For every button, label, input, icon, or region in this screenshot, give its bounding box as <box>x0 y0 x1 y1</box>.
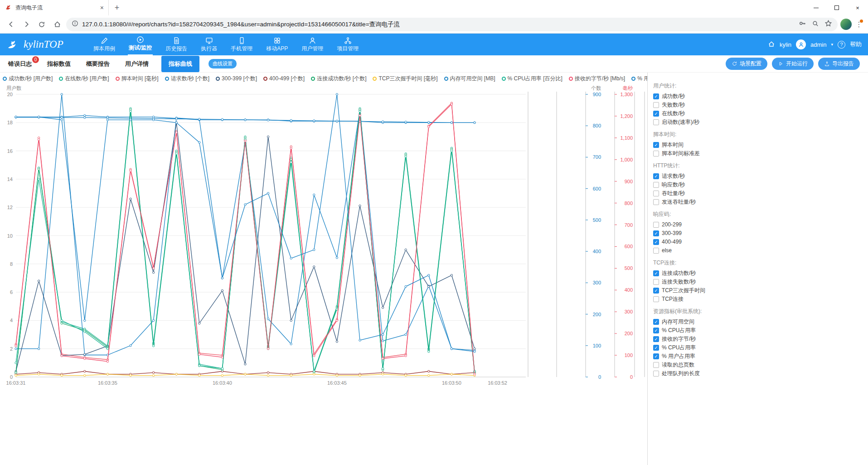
legend-item-7[interactable]: 连接成功数/秒 [个数] <box>311 75 366 83</box>
metric-checkbox-row[interactable]: ✓TCP三次握手时间 <box>653 286 868 295</box>
forward-icon[interactable] <box>20 18 33 31</box>
checkbox-unchecked-icon[interactable] <box>653 102 659 108</box>
legend-item-9[interactable]: 内存可用空间 [MB] <box>444 75 495 83</box>
new-tab-button[interactable]: + <box>111 1 123 14</box>
report-tab-1[interactable]: 错误日志0 <box>8 60 32 68</box>
metric-checkbox-row[interactable]: 处理队列的长度 <box>653 369 868 378</box>
checkbox-checked-icon[interactable]: ✓ <box>653 239 659 245</box>
zoom-search-icon[interactable] <box>812 20 819 29</box>
legend-item-8[interactable]: TCP三次握手时间 [毫秒] <box>373 75 437 83</box>
legend-item-12[interactable]: % 用户占用率 [百分比] <box>631 75 647 83</box>
checkbox-checked-icon[interactable]: ✓ <box>653 319 659 325</box>
help-icon[interactable]: ? <box>838 41 845 49</box>
legend-item-11[interactable]: 接收的字节/秒 [Mb/s] <box>569 75 625 83</box>
checkbox-checked-icon[interactable]: ✓ <box>653 270 659 276</box>
metric-checkbox-row[interactable]: 200-299 <box>653 220 868 229</box>
legend-item-6[interactable]: 400-499 [个数] <box>263 75 305 83</box>
browser-tab[interactable]: 查询电子流 × <box>0 0 109 15</box>
legend-item-1[interactable]: 成功数/秒 [用户数] <box>3 75 53 83</box>
checkbox-unchecked-icon[interactable] <box>653 371 659 377</box>
checkbox-checked-icon[interactable]: ✓ <box>653 336 659 342</box>
metric-checkbox-row[interactable]: ✓内存可用空间 <box>653 318 868 326</box>
username[interactable]: admin <box>810 41 826 48</box>
action-button-3[interactable]: 导出报告 <box>818 58 860 70</box>
metric-checkbox-row[interactable]: ✓% CPU占用率 <box>653 326 868 335</box>
metric-checkbox-row[interactable]: TCP连接 <box>653 295 868 303</box>
nav-item-8[interactable]: 项目管理 <box>336 34 359 55</box>
checkbox-unchecked-icon[interactable] <box>653 296 659 302</box>
nav-item-6[interactable]: 移动APP <box>265 34 289 55</box>
metric-checkbox-row[interactable]: ✓接收的字节/秒 <box>653 335 868 343</box>
nav-item-2[interactable]: 测试/监控 <box>128 34 153 55</box>
checkbox-unchecked-icon[interactable] <box>653 248 659 254</box>
nav-item-7[interactable]: 用户管理 <box>301 34 324 55</box>
url-omnibox[interactable]: 127.0.0.1:18080/#/report/charts?id=15827… <box>66 18 838 31</box>
user-avatar[interactable] <box>796 39 806 49</box>
home-project-icon[interactable] <box>768 40 775 49</box>
window-close-button[interactable]: × <box>847 0 868 15</box>
metric-checkbox-row[interactable]: ✓连接成功数/秒 <box>653 269 868 278</box>
home-icon[interactable] <box>51 18 63 31</box>
checkbox-checked-icon[interactable]: ✓ <box>653 173 659 179</box>
window-minimize-button[interactable] <box>805 0 826 15</box>
checkbox-unchecked-icon[interactable] <box>653 182 659 188</box>
project-name[interactable]: kylin <box>780 41 791 48</box>
metric-checkbox-row[interactable]: ✓在线数/秒 <box>653 109 868 118</box>
checkbox-checked-icon[interactable]: ✓ <box>653 288 659 294</box>
password-key-icon[interactable] <box>799 20 806 29</box>
checkbox-unchecked-icon[interactable] <box>653 151 659 157</box>
nav-item-5[interactable]: 手机管理 <box>230 34 253 55</box>
browser-profile-avatar[interactable] <box>840 19 852 30</box>
back-icon[interactable] <box>5 18 17 31</box>
metric-checkbox-row[interactable]: 读取的总页数 <box>653 361 868 369</box>
metric-checkbox-row[interactable]: ✓请求数/秒 <box>653 172 868 181</box>
checkbox-checked-icon[interactable]: ✓ <box>653 142 659 148</box>
metric-checkbox-row[interactable]: ✓300-399 <box>653 229 868 238</box>
checkbox-unchecked-icon[interactable] <box>653 191 659 196</box>
action-button-2[interactable]: 开始运行 <box>772 58 814 70</box>
checkbox-unchecked-icon[interactable] <box>653 222 659 228</box>
checkbox-unchecked-icon[interactable] <box>653 362 659 368</box>
tab-metric-curves[interactable]: 指标曲线 <box>161 56 199 72</box>
report-tab-3[interactable]: 概要报告 <box>86 60 110 68</box>
refresh-icon[interactable] <box>35 18 48 31</box>
checkbox-checked-icon[interactable]: ✓ <box>653 111 659 117</box>
nav-item-1[interactable]: 脚本用例 <box>92 34 116 55</box>
metric-checkbox-row[interactable]: ✓400-499 <box>653 238 868 246</box>
curve-settings-button[interactable]: 曲线设置 <box>209 59 237 69</box>
metric-checkbox-row[interactable]: 响应数/秒 <box>653 181 868 189</box>
legend-item-2[interactable]: 在线数/秒 [用户数] <box>59 75 109 83</box>
report-tab-4[interactable]: 用户详情 <box>125 60 149 68</box>
checkbox-checked-icon[interactable]: ✓ <box>653 93 659 99</box>
brand-logo[interactable]: kylinTOP <box>6 39 92 50</box>
bookmark-star-icon[interactable] <box>824 20 832 29</box>
nav-item-3[interactable]: 历史报告 <box>165 34 188 55</box>
legend-item-5[interactable]: 300-399 [个数] <box>216 75 257 83</box>
legend-item-4[interactable]: 请求数/秒 [个数] <box>165 75 209 83</box>
checkbox-checked-icon[interactable]: ✓ <box>653 328 659 333</box>
help-label[interactable]: 帮助 <box>850 40 862 49</box>
legend-item-10[interactable]: % CPU占用率 [百分比] <box>502 75 563 83</box>
browser-menu-icon[interactable]: ⋮ <box>854 18 863 31</box>
checkbox-checked-icon[interactable]: ✓ <box>653 345 659 351</box>
metric-checkbox-row[interactable]: else <box>653 246 868 255</box>
metric-checkbox-row[interactable]: 脚本时间标准差 <box>653 149 868 158</box>
checkbox-unchecked-icon[interactable] <box>653 279 659 285</box>
report-tab-2[interactable]: 指标数值 <box>47 60 71 68</box>
tab-close-icon[interactable]: × <box>100 4 104 11</box>
checkbox-unchecked-icon[interactable] <box>653 119 659 125</box>
checkbox-checked-icon[interactable]: ✓ <box>653 353 659 359</box>
metric-checkbox-row[interactable]: 发送吞吐量/秒 <box>653 198 868 206</box>
metric-checkbox-row[interactable]: ✓脚本时间 <box>653 141 868 149</box>
user-menu-caret-icon[interactable]: ▾ <box>831 42 833 47</box>
metric-checkbox-row[interactable]: ✓% CPU占用率 <box>653 343 868 352</box>
metric-checkbox-row[interactable]: ✓成功数/秒 <box>653 92 868 101</box>
nav-item-4[interactable]: 执行器 <box>200 34 218 55</box>
action-button-1[interactable]: 场景配置 <box>726 58 767 70</box>
metric-checkbox-row[interactable]: 启动数(速率)/秒 <box>653 118 868 127</box>
window-maximize-button[interactable] <box>826 0 847 15</box>
page-info-icon[interactable] <box>72 20 78 29</box>
metric-checkbox-row[interactable]: 失败数/秒 <box>653 101 868 109</box>
checkbox-checked-icon[interactable]: ✓ <box>653 230 659 236</box>
metric-checkbox-row[interactable]: ✓% 用户占用率 <box>653 352 868 361</box>
